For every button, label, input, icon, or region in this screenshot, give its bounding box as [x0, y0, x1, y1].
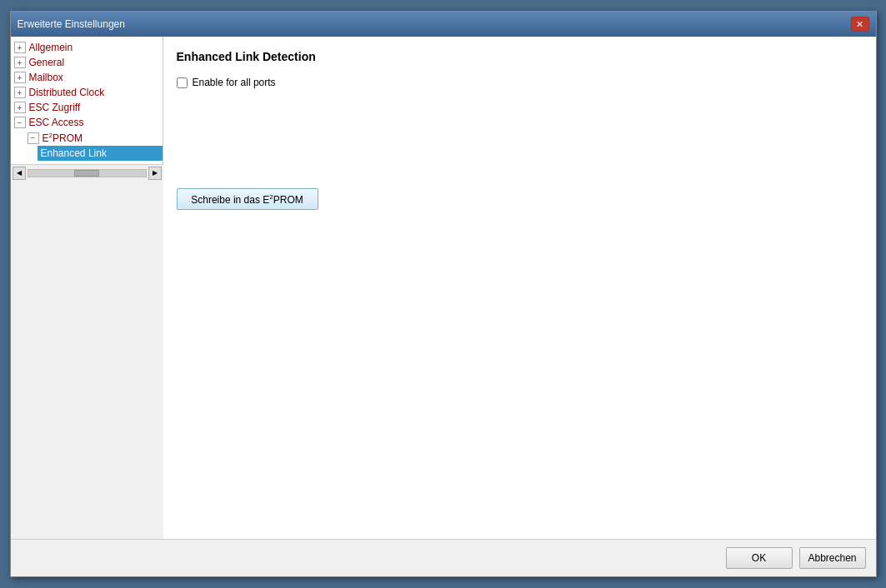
- tree-item-esc-access[interactable]: − ESC Access: [11, 115, 163, 130]
- scroll-track[interactable]: [28, 169, 147, 177]
- expand-icon-esc-zugriff: +: [14, 102, 26, 113]
- write-eprom-button[interactable]: Schreibe in das E2PROM: [177, 188, 318, 210]
- scroll-thumb: [74, 170, 99, 177]
- expand-icon-mailbox: +: [14, 72, 26, 83]
- tree-item-general[interactable]: + General: [11, 55, 163, 70]
- cancel-button[interactable]: Abbrechen: [799, 547, 866, 569]
- content-panel: Enhanced Link Detection Enable for all p…: [163, 37, 876, 539]
- tree-label-esc-access: ESC Access: [29, 117, 84, 128]
- expand-icon-distributed-clock: +: [14, 87, 26, 98]
- scroll-left-btn[interactable]: ◀: [13, 167, 26, 180]
- tree-label-distributed-clock: Distributed Clock: [29, 87, 105, 98]
- expand-icon-e2prom: −: [28, 132, 39, 144]
- tree-label-mailbox: Mailbox: [29, 72, 63, 83]
- write-eprom-label: Schreibe in das E2PROM: [191, 193, 303, 206]
- tree-item-esc-zugriff[interactable]: + ESC Zugriff: [11, 100, 163, 115]
- tree-label-esc-zugriff: ESC Zugriff: [29, 102, 81, 113]
- tree-item-distributed-clock[interactable]: + Distributed Clock: [11, 85, 163, 100]
- tree-scrollbar[interactable]: ◀ ▶: [11, 164, 163, 181]
- dialog-body: + Allgemein + General + Mailbox + Distri…: [11, 37, 876, 539]
- expand-icon-general: +: [14, 57, 26, 68]
- tree-label-general: General: [29, 57, 65, 68]
- content-title: Enhanced Link Detection: [177, 50, 863, 63]
- tree-label-allgemein: Allgemein: [29, 42, 73, 53]
- tree-item-allgemein[interactable]: + Allgemein: [11, 40, 163, 55]
- tree-label-e2prom: E2PROM: [43, 132, 83, 144]
- window-title: Erweiterte Einstellungen: [18, 18, 125, 30]
- main-dialog: Erweiterte Einstellungen ✕ + Allgemein +…: [10, 11, 877, 577]
- close-button[interactable]: ✕: [851, 17, 869, 32]
- checkbox-row: Enable for all ports: [177, 77, 863, 88]
- bottom-bar: OK Abbrechen: [11, 539, 876, 576]
- expand-icon-esc-access: −: [14, 117, 26, 128]
- title-bar-controls: ✕: [851, 17, 869, 32]
- ok-button[interactable]: OK: [726, 547, 793, 569]
- tree-item-enhanced-link[interactable]: Enhanced Link: [38, 146, 163, 161]
- checkbox-label: Enable for all ports: [193, 77, 276, 88]
- tree-item-mailbox[interactable]: + Mailbox: [11, 70, 163, 85]
- tree-panel: + Allgemein + General + Mailbox + Distri…: [11, 37, 163, 164]
- tree-label-enhanced-link: Enhanced Link: [41, 147, 107, 159]
- expand-icon-allgemein: +: [14, 42, 26, 53]
- tree-item-e2prom[interactable]: − E2PROM: [24, 130, 163, 146]
- scroll-right-btn[interactable]: ▶: [148, 167, 162, 180]
- title-bar: Erweiterte Einstellungen ✕: [11, 12, 876, 37]
- enable-all-ports-checkbox[interactable]: [177, 77, 188, 88]
